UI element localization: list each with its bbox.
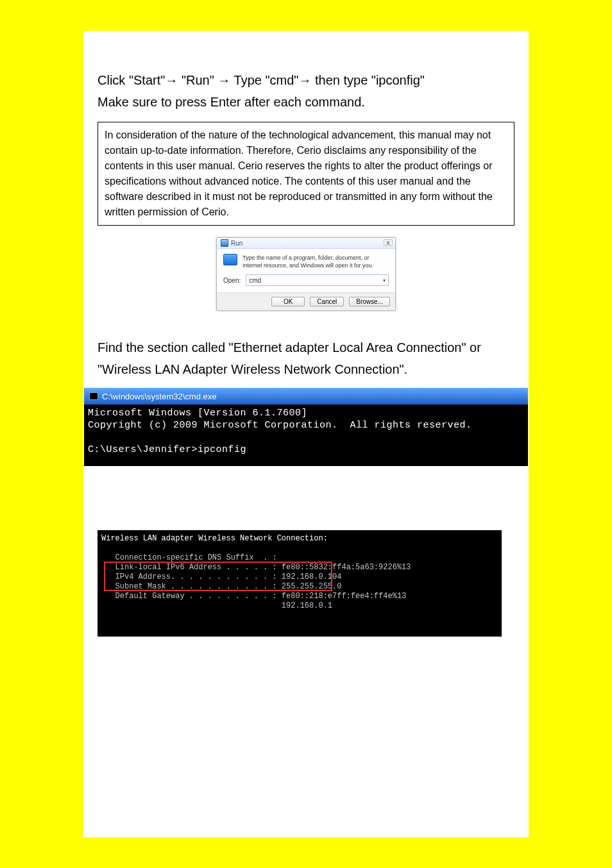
cmd-line-1: Microsoft Windows [Version 6.1.7600]	[88, 408, 307, 419]
run-dialog-description: Type the name of a program, folder, docu…	[242, 254, 389, 269]
instruction-line-2: Make sure to press Enter after each comm…	[98, 91, 514, 113]
run-dialog-buttons: OK Cancel Browse...	[217, 292, 395, 310]
run-open-input[interactable]: cmd ▾	[246, 274, 389, 286]
highlight-box	[104, 562, 332, 591]
run-icon	[221, 239, 228, 247]
cmd-window-figure: C:\windows\system32\cmd.exe Microsoft Wi…	[83, 388, 529, 466]
wlan-figure: Wireless LAN adapter Wireless Network Co…	[83, 530, 529, 637]
cancel-button[interactable]: Cancel	[310, 297, 344, 306]
cmd-icon	[89, 392, 98, 400]
cmd-titlebar: C:\windows\system32\cmd.exe	[84, 388, 528, 405]
page-root: Click "Start"→ "Run" → Type "cmd"→ then …	[0, 0, 612, 868]
instruction-line-1: Click "Start"→ "Run" → Type "cmd"→ then …	[98, 69, 514, 91]
run-dialog-figure: Run X Type the name of a program, folder…	[83, 237, 529, 311]
run-program-icon	[223, 254, 237, 265]
run-dialog-body: Type the name of a program, folder, docu…	[217, 249, 395, 272]
close-icon[interactable]: X	[384, 239, 393, 246]
instruction-step-2: Find the section called "Ethernet adapte…	[83, 337, 529, 380]
wlan-header: Wireless LAN adapter Wireless Network Co…	[101, 534, 328, 543]
cmd-title-path: C:\windows\system32\cmd.exe	[102, 392, 216, 401]
browse-button[interactable]: Browse...	[349, 297, 390, 306]
legal-disclaimer-box: In consideration of the nature of the te…	[98, 122, 514, 226]
ok-button[interactable]: OK	[271, 297, 305, 306]
wlan-dns: Connection-specific DNS Suffix . :	[101, 553, 277, 562]
instruction-2-text: Find the section called "Ethernet adapte…	[98, 340, 481, 376]
cmd-window: C:\windows\system32\cmd.exe Microsoft Wi…	[84, 388, 528, 466]
run-open-row: Open: cmd ▾	[217, 272, 395, 292]
wlan-gateway1: Default Gateway . . . . . . . . . : fe80…	[101, 592, 406, 601]
instruction-step-1: Click "Start"→ "Run" → Type "cmd"→ then …	[83, 31, 529, 113]
run-input-value: cmd	[249, 277, 261, 284]
run-dialog: Run X Type the name of a program, folder…	[216, 237, 396, 311]
run-dialog-titlebar: Run X	[217, 238, 395, 249]
cmd-prompt: C:\Users\Jennifer>ipconfig	[88, 444, 246, 455]
run-open-label: Open:	[223, 277, 241, 284]
content-area: Click "Start"→ "Run" → Type "cmd"→ then …	[83, 31, 529, 837]
chevron-down-icon[interactable]: ▾	[383, 278, 386, 283]
run-dialog-title: Run	[231, 240, 242, 247]
cmd-output: Microsoft Windows [Version 6.1.7600] Cop…	[84, 405, 528, 466]
wlan-output: Wireless LAN adapter Wireless Network Co…	[98, 530, 502, 637]
wlan-gateway2: 192.168.0.1	[101, 601, 332, 610]
legal-disclaimer-text: In consideration of the nature of the te…	[105, 129, 493, 217]
cmd-line-2: Copyright (c) 2009 Microsoft Corporation…	[88, 420, 472, 431]
